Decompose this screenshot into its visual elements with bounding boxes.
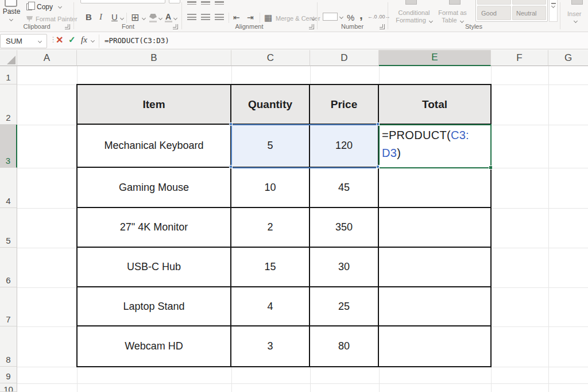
cell-e5[interactable]: [379, 208, 490, 248]
comma-style-button[interactable]: ,: [359, 8, 363, 22]
format-as-table-button[interactable]: Format as: [432, 9, 473, 16]
gallery-more-icon[interactable]: [551, 4, 555, 8]
font-dialog-launcher-icon[interactable]: [173, 24, 178, 29]
borders-dropdown-icon[interactable]: [142, 16, 146, 20]
bold-button[interactable]: B: [86, 12, 92, 22]
column-header-g[interactable]: G: [548, 50, 588, 66]
range-handle-top-left[interactable]: [229, 122, 233, 126]
cell-e8[interactable]: [379, 326, 490, 366]
insert-function-dropdown-icon[interactable]: [91, 39, 95, 43]
column-header-c[interactable]: C: [231, 50, 310, 66]
row-header-1[interactable]: 1: [0, 66, 17, 84]
paste-dropdown-icon[interactable]: [9, 17, 13, 21]
align-right-icon[interactable]: [215, 14, 224, 21]
align-middle-icon[interactable]: [201, 0, 210, 5]
cell-b3[interactable]: Mechanical Keyboard: [78, 125, 231, 168]
row-header-10[interactable]: 10: [0, 383, 17, 392]
cell-c8[interactable]: 3: [231, 326, 310, 366]
align-bottom-icon[interactable]: [215, 0, 224, 5]
row-header-6[interactable]: 6: [0, 248, 17, 287]
cell-c7[interactable]: 4: [231, 287, 310, 326]
header-cell-price[interactable]: Price: [310, 85, 379, 125]
align-left-icon[interactable]: [187, 14, 196, 21]
copy-dropdown-icon[interactable]: [58, 5, 62, 9]
fill-handle[interactable]: [489, 166, 493, 170]
font-color-icon[interactable]: A: [165, 12, 171, 21]
enter-button[interactable]: ✓: [68, 34, 76, 45]
fill-color-dropdown-icon[interactable]: [158, 16, 163, 20]
number-format-dropdown-icon[interactable]: [339, 15, 343, 19]
cell-e4[interactable]: [379, 168, 490, 208]
alignment-dialog-launcher-icon[interactable]: [309, 24, 314, 29]
cell-d5[interactable]: 350: [310, 208, 379, 248]
font-color-dropdown-icon[interactable]: [173, 16, 177, 20]
style-bad[interactable]: Bad: [512, 0, 546, 5]
cell-b8[interactable]: Webcam HD: [78, 326, 231, 366]
italic-button[interactable]: I: [99, 12, 102, 22]
select-all-button[interactable]: [0, 50, 17, 66]
insert-function-button[interactable]: fx: [81, 35, 87, 45]
formula-input[interactable]: =PRODUCT(C3:D3): [105, 36, 169, 45]
align-center-icon[interactable]: [201, 14, 210, 21]
paste-button[interactable]: Paste: [2, 7, 21, 16]
column-header-e[interactable]: E: [379, 50, 491, 66]
decrease-indent-icon[interactable]: ⇤: [233, 13, 240, 22]
cell-d3[interactable]: 120: [310, 125, 379, 168]
increase-indent-icon[interactable]: ⇥: [247, 13, 254, 22]
cell-c3[interactable]: 5: [231, 125, 310, 168]
number-dialog-launcher-icon[interactable]: [380, 24, 385, 29]
percent-style-button[interactable]: %: [347, 13, 354, 22]
column-header-d[interactable]: D: [310, 50, 379, 66]
insert-dropdown-icon[interactable]: [574, 19, 578, 23]
cell-e7[interactable]: [379, 287, 490, 326]
clipboard-dialog-launcher-icon[interactable]: [65, 24, 70, 29]
range-handle-bottom-right[interactable]: [376, 165, 380, 168]
cell-b4[interactable]: Gaming Mouse: [78, 168, 231, 208]
font-size-combobox[interactable]: [169, 0, 180, 3]
cancel-button[interactable]: ✕: [56, 34, 63, 45]
number-format-combobox[interactable]: [323, 13, 338, 21]
copy-button[interactable]: Copy: [37, 3, 53, 11]
cell-c6[interactable]: 15: [231, 248, 310, 287]
header-cell-total[interactable]: Total: [379, 85, 490, 125]
range-handle-bottom-left[interactable]: [229, 165, 233, 168]
increase-decimal-icon[interactable]: ←.0: [368, 14, 377, 20]
column-header-b[interactable]: B: [77, 50, 231, 66]
name-box-dropdown-icon[interactable]: [38, 39, 42, 43]
style-normal[interactable]: Normal: [477, 0, 511, 5]
cell-d7[interactable]: 25: [310, 287, 379, 326]
row-header-8[interactable]: 8: [0, 326, 17, 367]
decrease-decimal-icon[interactable]: .00→: [378, 14, 390, 20]
insert-button[interactable]: Inser: [567, 10, 581, 17]
header-cell-quantity[interactable]: Quantity: [231, 85, 310, 125]
fill-color-icon[interactable]: [149, 14, 157, 19]
underline-button[interactable]: U: [111, 12, 118, 22]
name-box[interactable]: SUM: [0, 34, 47, 48]
underline-dropdown-icon[interactable]: [120, 16, 124, 20]
cell-b5[interactable]: 27" 4K Monitor: [78, 208, 231, 248]
format-painter-button[interactable]: Format Painter: [36, 16, 78, 22]
cell-c4[interactable]: 10: [231, 168, 310, 208]
conditional-formatting-button[interactable]: Conditional: [389, 9, 439, 16]
cell-d4[interactable]: 45: [310, 168, 379, 208]
style-neutral[interactable]: Neutral: [512, 6, 546, 20]
range-handle-top-right[interactable]: [376, 122, 380, 126]
row-header-9[interactable]: 9: [0, 367, 17, 383]
column-header-a[interactable]: A: [17, 50, 77, 66]
cell-e6[interactable]: [379, 248, 490, 287]
column-header-f[interactable]: F: [491, 50, 548, 66]
row-header-7[interactable]: 7: [0, 287, 17, 326]
row-header-5[interactable]: 5: [0, 208, 17, 248]
row-header-4[interactable]: 4: [0, 168, 17, 208]
gallery-scroll[interactable]: [549, 0, 558, 22]
active-edit-cell-e3[interactable]: =PRODUCT(C3: D3): [378, 124, 492, 168]
row-header-2[interactable]: 2: [0, 84, 17, 125]
align-top-icon[interactable]: [187, 0, 196, 5]
cell-b6[interactable]: USB-C Hub: [78, 248, 231, 287]
cell-d6[interactable]: 30: [310, 248, 379, 287]
font-name-combobox[interactable]: [80, 0, 165, 3]
cell-d8[interactable]: 80: [310, 326, 379, 366]
borders-icon[interactable]: ⊞: [131, 11, 139, 24]
row-header-3[interactable]: 3: [0, 125, 17, 168]
cell-b7[interactable]: Laptop Stand: [78, 287, 231, 326]
